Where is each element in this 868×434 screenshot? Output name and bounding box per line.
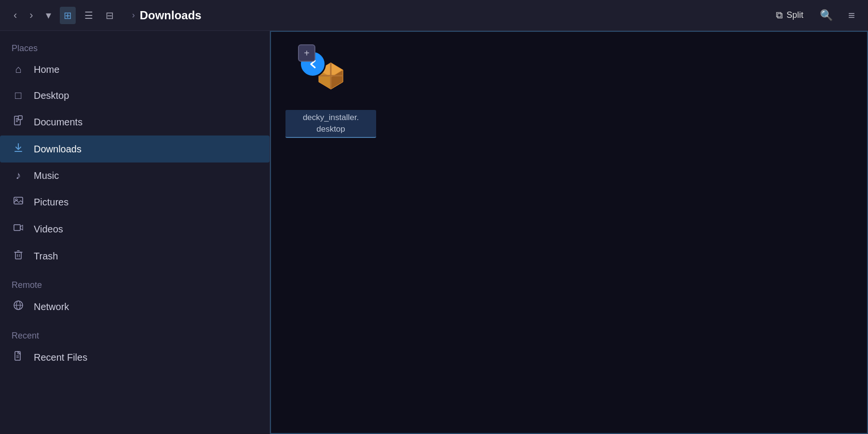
forward-icon: › (29, 9, 33, 21)
sidebar-pictures-label: Pictures (34, 197, 68, 208)
sidebar-recent-files-label: Recent Files (34, 352, 87, 363)
sidebar-item-pictures[interactable]: Pictures (0, 189, 270, 216)
tree-icon: ⊟ (106, 10, 114, 21)
breadcrumb-chevron-icon: › (132, 10, 135, 20)
sidebar-music-label: Music (34, 170, 59, 181)
split-icon: ⧉ (776, 10, 783, 21)
sidebar-network-label: Network (34, 301, 69, 312)
svg-rect-9 (15, 252, 21, 259)
sidebar-item-documents[interactable]: Documents (0, 108, 270, 136)
toolbar-nav: ‹ › ▾ ⊞ ☰ ⊟ (10, 6, 118, 25)
search-button[interactable]: 🔍 (816, 6, 837, 25)
breadcrumb-title: Downloads (140, 9, 202, 22)
file-icon-wrapper: + (302, 48, 360, 106)
split-button[interactable]: ⧉ Split (771, 7, 808, 24)
music-icon: ♪ (12, 169, 25, 182)
main-layout: Places ⌂ Home □ Desktop Documents (0, 31, 868, 434)
forward-button[interactable]: › (26, 6, 37, 25)
trash-icon (12, 249, 25, 263)
grid-icon: ⊞ (64, 10, 72, 21)
toolbar-actions: ⧉ Split 🔍 ≡ (771, 6, 858, 25)
sidebar-item-recent-files[interactable]: Recent Files (0, 344, 270, 371)
recent-label: Recent (0, 326, 270, 344)
svg-rect-6 (14, 197, 23, 204)
svg-rect-4 (18, 116, 22, 120)
sidebar: Places ⌂ Home □ Desktop Documents (0, 31, 270, 434)
downloads-icon (12, 142, 25, 156)
sidebar-item-network[interactable]: Network (0, 293, 270, 320)
sidebar-downloads-label: Downloads (34, 144, 81, 155)
documents-icon (12, 115, 25, 129)
toolbar: ‹ › ▾ ⊞ ☰ ⊟ › Downloads ⧉ Split 🔍 ≡ (0, 0, 868, 31)
view-tree-button[interactable]: ⊟ (102, 7, 118, 24)
sidebar-item-videos[interactable]: Videos (0, 216, 270, 243)
recent-files-icon (12, 351, 25, 364)
sidebar-item-desktop[interactable]: □ Desktop (0, 82, 270, 108)
svg-rect-8 (14, 225, 20, 231)
sidebar-item-home[interactable]: ⌂ Home (0, 56, 270, 82)
sidebar-desktop-label: Desktop (34, 90, 69, 101)
sidebar-item-downloads[interactable]: Downloads (0, 136, 270, 163)
remote-label: Remote (0, 275, 270, 293)
sidebar-videos-label: Videos (34, 224, 63, 235)
view-list-button[interactable]: ☰ (81, 7, 97, 24)
file-grid: + (283, 43, 855, 141)
breadcrumb: › Downloads (118, 9, 771, 22)
hamburger-icon: ≡ (848, 9, 854, 22)
back-icon: ‹ (14, 9, 17, 21)
sidebar-documents-label: Documents (34, 117, 82, 128)
split-label: Split (787, 10, 803, 20)
videos-icon (12, 222, 25, 236)
view-grid-button[interactable]: ⊞ (60, 7, 76, 24)
file-name: decky_installer.desktop (285, 110, 376, 138)
sidebar-item-trash[interactable]: Trash (0, 243, 270, 270)
dropdown-icon: ▾ (46, 9, 51, 21)
desktop-icon: □ (12, 89, 25, 102)
pictures-icon (12, 195, 25, 209)
sidebar-item-music[interactable]: ♪ Music (0, 163, 270, 189)
list-icon: ☰ (84, 10, 93, 21)
file-item-decky-installer[interactable]: + (283, 43, 379, 141)
plus-badge-icon: + (298, 44, 315, 62)
search-icon: 🔍 (820, 9, 833, 21)
menu-button[interactable]: ≡ (844, 6, 858, 25)
dropdown-button[interactable]: ▾ (42, 6, 55, 25)
sidebar-trash-label: Trash (34, 251, 58, 262)
places-label: Places (0, 39, 270, 56)
network-icon (12, 300, 25, 313)
sidebar-home-label: Home (34, 64, 59, 75)
file-area[interactable]: + (270, 31, 868, 434)
home-icon: ⌂ (12, 63, 25, 76)
back-button[interactable]: ‹ (10, 6, 21, 25)
